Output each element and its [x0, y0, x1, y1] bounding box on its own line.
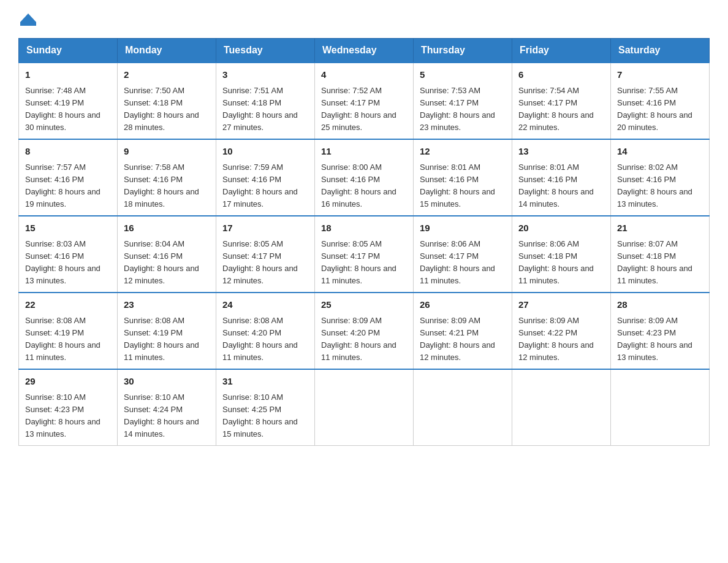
day-info: Sunrise: 7:53 AMSunset: 4:17 PMDaylight:…: [420, 85, 506, 134]
day-info: Sunrise: 8:06 AMSunset: 4:17 PMDaylight:…: [420, 238, 506, 288]
day-number: 4: [321, 68, 407, 82]
day-info: Sunrise: 8:10 AMSunset: 4:23 PMDaylight:…: [25, 391, 111, 441]
day-info: Sunrise: 8:01 AMSunset: 4:16 PMDaylight:…: [518, 161, 604, 211]
day-number: 17: [222, 221, 308, 236]
calendar-day-cell: 10Sunrise: 7:59 AMSunset: 4:16 PMDayligh…: [216, 139, 315, 216]
day-number: 5: [420, 68, 506, 82]
day-number: 31: [222, 375, 308, 389]
calendar-day-cell: 20Sunrise: 8:06 AMSunset: 4:18 PMDayligh…: [512, 216, 611, 293]
calendar-day-cell: 22Sunrise: 8:08 AMSunset: 4:19 PMDayligh…: [19, 293, 118, 369]
day-info: Sunrise: 8:00 AMSunset: 4:16 PMDaylight:…: [321, 161, 407, 211]
day-number: 20: [518, 221, 604, 236]
calendar-day-cell: 27Sunrise: 8:09 AMSunset: 4:22 PMDayligh…: [512, 293, 611, 369]
calendar-day-cell: 11Sunrise: 8:00 AMSunset: 4:16 PMDayligh…: [315, 139, 414, 216]
calendar-day-cell: 3Sunrise: 7:51 AMSunset: 4:18 PMDaylight…: [216, 63, 315, 139]
day-number: 3: [222, 68, 308, 82]
day-number: 21: [617, 221, 703, 236]
day-info: Sunrise: 8:03 AMSunset: 4:16 PMDaylight:…: [25, 238, 111, 288]
day-number: 27: [518, 298, 604, 312]
day-number: 14: [617, 145, 703, 159]
day-info: Sunrise: 8:02 AMSunset: 4:16 PMDaylight:…: [617, 161, 703, 211]
logo-triangle-icon: [20, 13, 36, 22]
day-info: Sunrise: 8:01 AMSunset: 4:16 PMDaylight:…: [420, 161, 506, 211]
day-info: Sunrise: 7:52 AMSunset: 4:17 PMDaylight:…: [321, 85, 407, 134]
day-number: 9: [124, 145, 210, 159]
day-number: 18: [321, 221, 407, 236]
calendar-day-cell: 12Sunrise: 8:01 AMSunset: 4:16 PMDayligh…: [414, 139, 512, 216]
weekday-header-wednesday: Wednesday: [315, 39, 414, 63]
day-number: 23: [124, 298, 210, 312]
day-number: 13: [518, 145, 604, 159]
calendar-week-row: 22Sunrise: 8:08 AMSunset: 4:19 PMDayligh…: [19, 293, 710, 369]
calendar-day-cell: [414, 369, 512, 446]
day-number: 8: [25, 145, 111, 159]
weekday-header-sunday: Sunday: [19, 39, 118, 63]
day-info: Sunrise: 8:08 AMSunset: 4:19 PMDaylight:…: [124, 315, 210, 364]
calendar-day-cell: 9Sunrise: 7:58 AMSunset: 4:16 PMDaylight…: [118, 139, 216, 216]
day-info: Sunrise: 8:08 AMSunset: 4:20 PMDaylight:…: [222, 315, 308, 364]
weekday-header-saturday: Saturday: [611, 39, 710, 63]
day-number: 15: [25, 221, 111, 236]
day-number: 10: [222, 145, 308, 159]
day-number: 16: [124, 221, 210, 236]
calendar-week-row: 1Sunrise: 7:48 AMSunset: 4:19 PMDaylight…: [19, 63, 710, 139]
day-number: 12: [420, 145, 506, 159]
day-info: Sunrise: 7:54 AMSunset: 4:17 PMDaylight:…: [518, 85, 604, 134]
calendar-header-row: SundayMondayTuesdayWednesdayThursdayFrid…: [19, 39, 710, 63]
calendar-day-cell: 28Sunrise: 8:09 AMSunset: 4:23 PMDayligh…: [611, 293, 710, 369]
calendar-day-cell: 31Sunrise: 8:10 AMSunset: 4:25 PMDayligh…: [216, 369, 315, 446]
day-info: Sunrise: 7:48 AMSunset: 4:19 PMDaylight:…: [25, 85, 111, 134]
day-info: Sunrise: 8:09 AMSunset: 4:20 PMDaylight:…: [321, 315, 407, 364]
day-number: 29: [25, 375, 111, 389]
day-number: 1: [25, 68, 111, 82]
calendar-day-cell: 4Sunrise: 7:52 AMSunset: 4:17 PMDaylight…: [315, 63, 414, 139]
day-info: Sunrise: 7:55 AMSunset: 4:16 PMDaylight:…: [617, 85, 703, 134]
weekday-header-thursday: Thursday: [414, 39, 512, 63]
calendar-day-cell: 8Sunrise: 7:57 AMSunset: 4:16 PMDaylight…: [19, 139, 118, 216]
day-info: Sunrise: 7:50 AMSunset: 4:18 PMDaylight:…: [124, 85, 210, 134]
day-info: Sunrise: 8:10 AMSunset: 4:25 PMDaylight:…: [222, 391, 308, 441]
day-info: Sunrise: 8:09 AMSunset: 4:21 PMDaylight:…: [420, 315, 506, 364]
day-info: Sunrise: 7:51 AMSunset: 4:18 PMDaylight:…: [222, 85, 308, 134]
calendar-table: SundayMondayTuesdayWednesdayThursdayFrid…: [18, 38, 710, 446]
day-info: Sunrise: 7:58 AMSunset: 4:16 PMDaylight:…: [124, 161, 210, 211]
calendar-day-cell: 24Sunrise: 8:08 AMSunset: 4:20 PMDayligh…: [216, 293, 315, 369]
calendar-day-cell: [315, 369, 414, 446]
weekday-header-friday: Friday: [512, 39, 611, 63]
day-info: Sunrise: 8:04 AMSunset: 4:16 PMDaylight:…: [124, 238, 210, 288]
logo: [18, 12, 36, 26]
calendar-day-cell: 21Sunrise: 8:07 AMSunset: 4:18 PMDayligh…: [611, 216, 710, 293]
day-number: 11: [321, 145, 407, 159]
day-info: Sunrise: 8:06 AMSunset: 4:18 PMDaylight:…: [518, 238, 604, 288]
day-info: Sunrise: 8:09 AMSunset: 4:23 PMDaylight:…: [617, 315, 703, 364]
calendar-day-cell: 15Sunrise: 8:03 AMSunset: 4:16 PMDayligh…: [19, 216, 118, 293]
calendar-week-row: 15Sunrise: 8:03 AMSunset: 4:16 PMDayligh…: [19, 216, 710, 293]
calendar-day-cell: 5Sunrise: 7:53 AMSunset: 4:17 PMDaylight…: [414, 63, 512, 139]
day-number: 19: [420, 221, 506, 236]
day-info: Sunrise: 8:10 AMSunset: 4:24 PMDaylight:…: [124, 391, 210, 441]
day-info: Sunrise: 8:05 AMSunset: 4:17 PMDaylight:…: [222, 238, 308, 288]
calendar-week-row: 29Sunrise: 8:10 AMSunset: 4:23 PMDayligh…: [19, 369, 710, 446]
day-info: Sunrise: 8:05 AMSunset: 4:17 PMDaylight:…: [321, 238, 407, 288]
calendar-day-cell: 1Sunrise: 7:48 AMSunset: 4:19 PMDaylight…: [19, 63, 118, 139]
calendar-day-cell: 13Sunrise: 8:01 AMSunset: 4:16 PMDayligh…: [512, 139, 611, 216]
calendar-day-cell: [512, 369, 611, 446]
day-number: 28: [617, 298, 703, 312]
day-number: 22: [25, 298, 111, 312]
calendar-day-cell: 23Sunrise: 8:08 AMSunset: 4:19 PMDayligh…: [118, 293, 216, 369]
day-number: 25: [321, 298, 407, 312]
day-number: 24: [222, 298, 308, 312]
calendar-day-cell: 29Sunrise: 8:10 AMSunset: 4:23 PMDayligh…: [19, 369, 118, 446]
calendar-day-cell: 16Sunrise: 8:04 AMSunset: 4:16 PMDayligh…: [118, 216, 216, 293]
day-number: 2: [124, 68, 210, 82]
day-info: Sunrise: 8:08 AMSunset: 4:19 PMDaylight:…: [25, 315, 111, 364]
calendar-day-cell: 30Sunrise: 8:10 AMSunset: 4:24 PMDayligh…: [118, 369, 216, 446]
calendar-day-cell: 14Sunrise: 8:02 AMSunset: 4:16 PMDayligh…: [611, 139, 710, 216]
day-number: 7: [617, 68, 703, 82]
day-info: Sunrise: 8:07 AMSunset: 4:18 PMDaylight:…: [617, 238, 703, 288]
logo-bar-icon: [20, 22, 36, 26]
calendar-day-cell: [611, 369, 710, 446]
day-number: 26: [420, 298, 506, 312]
calendar-day-cell: 19Sunrise: 8:06 AMSunset: 4:17 PMDayligh…: [414, 216, 512, 293]
calendar-day-cell: 6Sunrise: 7:54 AMSunset: 4:17 PMDaylight…: [512, 63, 611, 139]
